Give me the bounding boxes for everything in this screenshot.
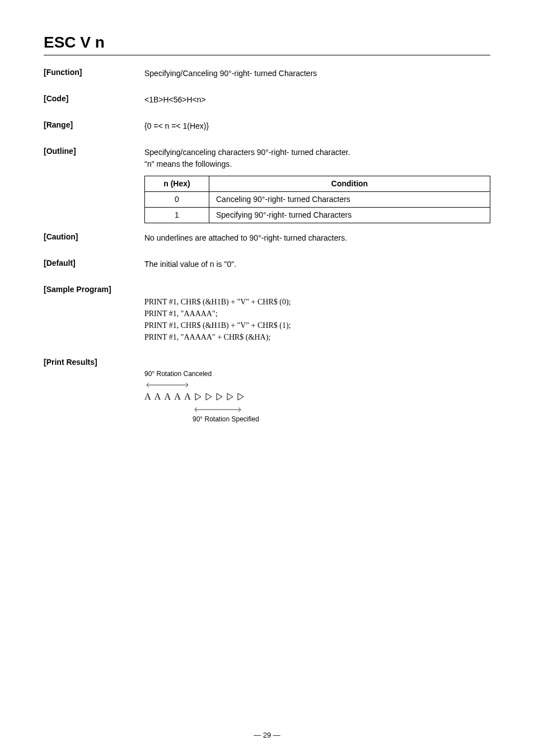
range-value: {0 =< n =< 1(Hex)} [144,120,490,132]
results-content: 90° Rotation Canceled A A A A A [144,369,490,424]
outline-table: n (Hex) Condition 0 Canceling 90°-right-… [144,176,490,223]
outline-text: Specifying/canceling characters 90°-righ… [144,148,350,168]
caution-label: [Caution] [44,232,144,244]
double-arrow-icon [144,382,190,388]
table-row: 0 Canceling 90°-right- turned Characters [145,192,490,208]
outline-label: [Outline] [44,147,144,170]
code-row: [Code] <1B>H<56>H<n> [44,94,490,106]
svg-marker-3 [217,393,222,400]
code-label: [Code] [44,94,144,106]
results-row: [Print Results] [44,358,490,367]
function-label: [Function] [44,68,144,79]
code-value: <1B>H<56>H<n> [144,94,490,106]
output-triangles [195,392,244,401]
canceled-note: 90° Rotation Canceled [144,369,490,379]
outline-row: [Outline] Specifying/canceling character… [44,147,490,170]
outline-value: Specifying/canceling characters 90°-righ… [144,147,490,170]
sample-code: PRINT #1, CHR$ (&H1B) + "V" + CHR$ (0); … [144,296,490,343]
results-content-row: 90° Rotation Canceled A A A A A [44,369,490,424]
cell-cond-0: Canceling 90°-right- turned Characters [209,192,490,208]
output-as: A A A A A [144,390,192,403]
cell-n-1: 1 [145,208,209,223]
triangle-right-icon [237,393,244,401]
function-row: [Function] Specifying/Canceling 90°-righ… [44,68,490,79]
triangle-right-icon [216,393,223,401]
output-row: A A A A A [144,390,490,403]
title-rule [44,55,490,55]
page-title: ESC V n [44,34,490,51]
double-arrow-canceled [144,379,490,390]
svg-marker-1 [195,393,201,400]
results-label: [Print Results] [44,358,144,367]
header-n: n (Hex) [145,176,209,192]
range-label: [Range] [44,120,144,132]
cell-cond-1: Specifying 90°-right- turned Characters [209,208,490,223]
svg-marker-5 [238,393,243,400]
sample-code-row: PRINT #1, CHR$ (&H1B) + "V" + CHR$ (0); … [44,296,490,343]
table-header-row: n (Hex) Condition [145,176,490,192]
sample-label: [Sample Program] [44,285,144,294]
double-arrow-specified [193,403,490,415]
sample-line: PRINT #1, CHR$ (&H1B) + "V" + CHR$ (0); [144,296,490,308]
header-condition: Condition [209,176,490,192]
outline-table-spacer [44,176,144,223]
default-value: The initial value of n is "0". [144,259,490,270]
function-value: Specifying/Canceling 90°-right- turned C… [144,68,490,79]
double-arrow-icon [193,407,243,412]
sample-line: PRINT #1, CHR$ (&H1B) + "V" + CHR$ (1); [144,320,490,331]
page-number: — 29 — [0,731,534,739]
sample-line: PRINT #1, "AAAAA" + CHR$ (&HA); [144,331,490,343]
cell-n-0: 0 [145,192,209,208]
outline-table-row: n (Hex) Condition 0 Canceling 90°-right-… [44,176,490,223]
sample-row: [Sample Program] [44,285,490,294]
svg-marker-2 [206,393,212,400]
svg-marker-4 [227,393,233,400]
specified-note: 90° Rotation Specified [193,414,490,424]
caution-row: [Caution] No underlines are attached to … [44,232,490,244]
caution-value: No underlines are attached to 90°-right-… [144,232,490,244]
triangle-right-icon [195,393,202,401]
table-row: 1 Specifying 90°-right- turned Character… [145,208,490,223]
range-row: [Range] {0 =< n =< 1(Hex)} [44,120,490,132]
triangle-right-icon [205,393,212,401]
triangle-right-icon [227,393,233,401]
default-row: [Default] The initial value of n is "0". [44,259,490,270]
default-label: [Default] [44,259,144,270]
sample-line: PRINT #1, "AAAAA"; [144,308,490,320]
